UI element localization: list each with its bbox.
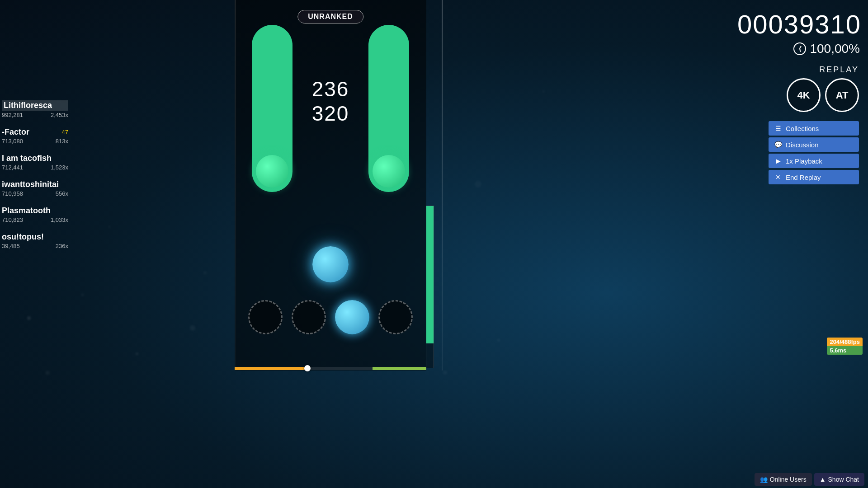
progress-cursor: [304, 365, 311, 371]
lane-circle-2: [292, 300, 326, 334]
fps-sub-label: 488fps: [841, 338, 860, 345]
lb-name-6: osu!topus!: [2, 232, 68, 242]
collections-icon: ☰: [774, 124, 782, 132]
lane-circle-3: [335, 300, 369, 334]
lb-stats-5: 710,823 1,033x: [2, 216, 68, 223]
online-users-icon: 👥: [760, 476, 768, 483]
online-users-label: Online Users: [770, 476, 807, 483]
lb-combo-2: 813x: [56, 138, 68, 145]
right-column: [368, 25, 409, 192]
vert-bar: [426, 206, 434, 368]
mode-at[interactable]: AT: [825, 78, 859, 112]
mode-4k[interactable]: 4K: [787, 78, 821, 112]
lane-circles: [235, 300, 426, 334]
lb-name-1: Lithifloresca: [2, 100, 68, 111]
playback-icon: ▶: [774, 157, 782, 165]
collections-label: Collections: [786, 125, 819, 132]
lb-name-5: Plasmatooth: [2, 206, 68, 216]
online-users-button[interactable]: 👥 Online Users: [755, 473, 812, 486]
show-chat-label: Show Chat: [828, 476, 859, 483]
lb-combo-6: 236x: [56, 243, 68, 249]
lb-score-5: 710,823: [2, 216, 23, 223]
lb-score-3: 712,441: [2, 164, 23, 171]
left-column-ball: [256, 155, 288, 188]
main-score: 00039310: [737, 9, 861, 39]
lb-rank-2: 47: [62, 129, 68, 136]
lb-stats-4: 710,958 556x: [2, 190, 68, 197]
end-replay-button[interactable]: ✕ End Replay: [769, 170, 859, 184]
lb-entry-1: Lithifloresca 992,281 2,453x: [0, 99, 70, 119]
lb-score-4: 710,958: [2, 190, 23, 197]
lb-entry-2: -Factor 47 713,080 813x: [0, 127, 70, 145]
unranked-badge: UNRANKED: [297, 10, 363, 23]
leaderboard: Lithifloresca 992,281 2,453x -Factor 47 …: [0, 99, 70, 258]
right-border: [442, 0, 443, 371]
show-chat-button[interactable]: ▲ Show Chat: [814, 473, 864, 486]
latency-display: 5,6ms: [827, 346, 863, 355]
playback-button[interactable]: ▶ 1x Playback: [769, 154, 859, 168]
right-menu: ☰ Collections 💬 Discussion ▶ 1x Playback…: [769, 121, 859, 184]
progress-fill-right: [373, 367, 426, 370]
progress-bar[interactable]: [235, 366, 426, 371]
fps-main: 204: [830, 338, 840, 345]
bottom-bar: 👥 Online Users ▲ Show Chat: [751, 471, 868, 488]
end-replay-icon: ✕: [774, 173, 782, 181]
progress-fill-left: [235, 367, 307, 370]
progress-bar-bg: [235, 367, 426, 370]
vert-bar-bg: [426, 206, 434, 368]
discussion-label: Discussion: [786, 141, 819, 149]
discussion-icon: 💬: [774, 141, 782, 149]
vert-bar-fill: [426, 206, 434, 343]
collections-button[interactable]: ☰ Collections: [769, 121, 859, 136]
discussion-button[interactable]: 💬 Discussion: [769, 137, 859, 152]
center-num1: 236: [312, 77, 349, 101]
right-panel: 00039310 100,00% REPLAY 4K AT ☰ Collecti…: [660, 0, 868, 488]
center-num2: 320: [312, 101, 349, 126]
center-score: 236 320: [312, 77, 349, 126]
clock-icon: [793, 42, 806, 55]
lb-stats-6: 39,485 236x: [2, 243, 68, 249]
replay-label: REPLAY: [819, 65, 859, 75]
blue-ball-center: [312, 246, 349, 282]
lb-stats-3: 712,441 1,523x: [2, 164, 68, 171]
show-chat-icon: ▲: [820, 476, 826, 483]
fps-display: 204/488fps 5,6ms: [827, 338, 863, 355]
lb-name-4: iwanttoshinitai: [2, 180, 68, 189]
lb-stats-1: 992,281 2,453x: [2, 112, 68, 118]
mode-circles: 4K AT: [787, 78, 859, 112]
lb-entry-6: osu!topus! 39,485 236x: [0, 231, 70, 250]
lb-score-6: 39,485: [2, 243, 20, 249]
accuracy-value: 100,00%: [810, 42, 860, 56]
lb-score-2: 713,080: [2, 138, 23, 145]
lb-score-1: 992,281: [2, 112, 23, 118]
lb-combo-4: 556x: [56, 190, 68, 197]
lb-entry-3: I am tacofish 712,441 1,523x: [0, 153, 70, 172]
lb-entry-4: iwanttoshinitai 710,958 556x: [0, 179, 70, 198]
left-column: [252, 25, 292, 192]
lane-circle-4: [378, 300, 413, 334]
fps-badge: 204/488fps: [827, 338, 863, 346]
lb-combo-1: 2,453x: [51, 112, 68, 118]
lane-circle-1: [248, 300, 283, 334]
lb-name-2: -Factor: [2, 127, 29, 137]
end-replay-label: End Replay: [786, 174, 821, 181]
lb-entry-5: Plasmatooth 710,823 1,033x: [0, 205, 70, 224]
accuracy-display: 100,00%: [793, 42, 860, 56]
right-column-ball: [373, 155, 405, 188]
lb-combo-3: 1,523x: [51, 164, 68, 171]
clock-hand-m: [799, 48, 801, 52]
lb-name-3: I am tacofish: [2, 154, 68, 163]
playback-label: 1x Playback: [786, 157, 822, 165]
lb-combo-5: 1,033x: [51, 216, 68, 223]
lb-stats-2: 713,080 813x: [2, 138, 68, 145]
